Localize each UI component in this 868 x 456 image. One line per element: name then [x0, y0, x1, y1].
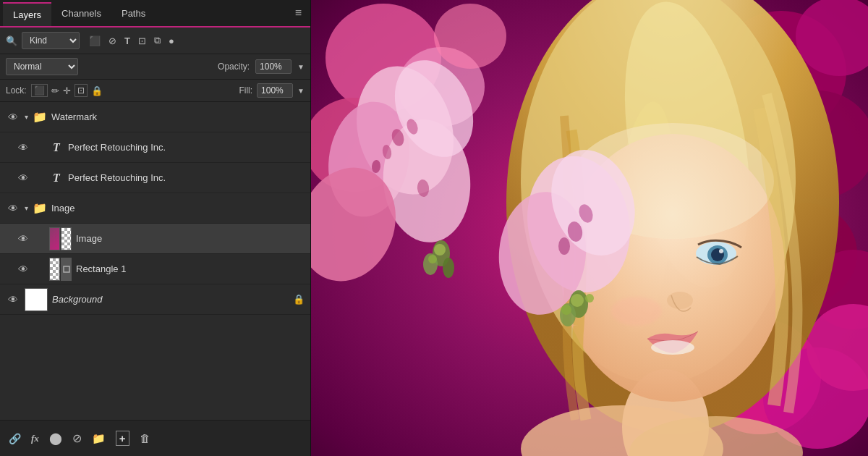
panel-tabs: Layers Channels Paths ≡: [0, 0, 310, 28]
layer-name: Perfect Retouching Inc.: [68, 172, 305, 183]
search-icon: 🔍: [6, 35, 17, 46]
lock-artboard-icon[interactable]: ⊡: [75, 84, 88, 97]
lock-all-icon[interactable]: 🔒: [91, 85, 103, 96]
tab-channels[interactable]: Channels: [51, 2, 111, 25]
svg-point-54: [571, 294, 584, 307]
layer-item[interactable]: 👁 T Perfect Retouching Inc.: [0, 163, 310, 193]
type-filter-icon[interactable]: T: [122, 34, 132, 48]
lock-icons-group: ⬛ ✏ ✛ ⊡ 🔒: [31, 84, 103, 97]
blend-opacity-toolbar: Normal Dissolve Multiply Screen Overlay …: [0, 54, 310, 80]
visibility-toggle[interactable]: 👁: [16, 172, 30, 184]
layer-name: Image: [76, 233, 305, 244]
type-layer-icon: T: [49, 141, 64, 154]
visibility-toggle[interactable]: 👁: [16, 263, 30, 275]
layer-item[interactable]: 👁 ▾ 📁 Watermark: [0, 102, 310, 132]
add-mask-icon[interactable]: ⬤: [49, 431, 62, 445]
tab-paths[interactable]: Paths: [111, 2, 156, 25]
smartobject-filter-icon[interactable]: ⧉: [152, 33, 163, 48]
svg-point-42: [651, 340, 694, 355]
lock-pixels-icon[interactable]: ⬛: [31, 84, 48, 97]
layer-name: Background: [52, 294, 289, 305]
opacity-input[interactable]: [255, 59, 292, 74]
expand-icon[interactable]: ▾: [25, 113, 28, 121]
layer-name: Watermark: [51, 111, 305, 122]
svg-point-56: [585, 294, 594, 303]
layers-list: 👁 ▾ 📁 Watermark 👁 T Perfect Retouching I…: [0, 102, 310, 420]
photo-image: [311, 0, 868, 456]
fill-label: Fill:: [239, 85, 252, 96]
adjustment-filter-icon[interactable]: ⊘: [106, 34, 119, 48]
visibility-toggle[interactable]: 👁: [6, 294, 20, 305]
filter-icons: ⬛ ⊘ T ⊡ ⧉ ●: [87, 33, 176, 48]
layer-thumbnail: [25, 288, 48, 311]
type-layer-icon: T: [49, 172, 64, 185]
layer-controls-toolbar: 🔗 fx ⬤ ⊘ 📁 + 🗑: [0, 420, 310, 456]
shape-filter-icon[interactable]: ⊡: [136, 34, 148, 48]
layers-panel: Layers Channels Paths ≡ 🔍 Kind Name Effe…: [0, 0, 311, 456]
layer-thumbnail: [49, 258, 72, 281]
visibility-toggle[interactable]: 👁: [16, 233, 30, 245]
svg-point-5: [434, 4, 506, 69]
svg-point-20: [428, 255, 437, 263]
layer-item[interactable]: 👁 Rectangle 1: [0, 254, 310, 284]
visibility-toggle[interactable]: 👁: [6, 111, 20, 123]
lock-fill-toolbar: Lock: ⬛ ✏ ✛ ⊡ 🔒 Fill: ▼: [0, 80, 310, 102]
link-layers-icon[interactable]: 🔗: [9, 433, 21, 444]
svg-point-40: [719, 249, 723, 253]
visibility-toggle[interactable]: 👁: [6, 203, 20, 214]
new-layer-icon[interactable]: +: [116, 431, 129, 446]
photo-canvas: [311, 0, 868, 456]
fill-input[interactable]: [257, 83, 293, 98]
svg-point-41: [667, 292, 693, 309]
layer-item[interactable]: 👁 Image: [0, 224, 310, 254]
new-group-icon[interactable]: 📁: [92, 432, 106, 445]
layer-item[interactable]: 👁 T Perfect Retouching Inc.: [0, 132, 310, 163]
layer-name: Rectangle 1: [76, 263, 305, 274]
layer-item[interactable]: 👁 Background 🔒: [0, 284, 310, 315]
svg-point-19: [434, 244, 446, 256]
kind-select[interactable]: Kind Name Effect: [22, 32, 80, 49]
svg-point-50: [558, 237, 570, 255]
folder-icon: 📁: [33, 201, 47, 215]
layer-effects-icon[interactable]: fx: [31, 433, 39, 444]
svg-point-18: [443, 258, 454, 278]
folder-icon: 📁: [33, 110, 47, 124]
filter-toolbar: 🔍 Kind Name Effect ⬛ ⊘ T ⊡ ⧉ ●: [0, 28, 310, 54]
lock-move-icon[interactable]: ✛: [63, 85, 71, 96]
lock-label: Lock:: [6, 85, 27, 96]
expand-icon[interactable]: ▾: [25, 204, 28, 212]
svg-rect-0: [64, 266, 69, 272]
tab-layers[interactable]: Layers: [3, 2, 51, 26]
lock-icon: 🔒: [293, 294, 305, 305]
layer-thumbnail: [49, 227, 72, 250]
delete-layer-icon[interactable]: 🗑: [140, 432, 150, 444]
opacity-label: Opacity:: [218, 62, 250, 72]
pixel-filter-icon[interactable]: ⬛: [87, 34, 103, 48]
layer-name: Perfect Retouching Inc.: [68, 142, 305, 153]
lock-paint-icon[interactable]: ✏: [51, 85, 59, 96]
panel-menu-icon[interactable]: ≡: [289, 4, 307, 22]
opacity-dropdown-arrow[interactable]: ▼: [297, 63, 305, 71]
blend-mode-select[interactable]: Normal Dissolve Multiply Screen Overlay: [6, 58, 78, 75]
other-filter-icon[interactable]: ●: [166, 34, 176, 48]
svg-point-55: [561, 305, 571, 315]
layer-item[interactable]: 👁 ▾ 📁 Inage: [0, 193, 310, 224]
fill-dropdown-arrow[interactable]: ▼: [297, 87, 305, 95]
layer-name: Inage: [51, 203, 305, 214]
svg-point-43: [611, 297, 662, 326]
adjustment-layer-icon[interactable]: ⊘: [72, 431, 82, 445]
visibility-toggle[interactable]: 👁: [16, 142, 30, 153]
